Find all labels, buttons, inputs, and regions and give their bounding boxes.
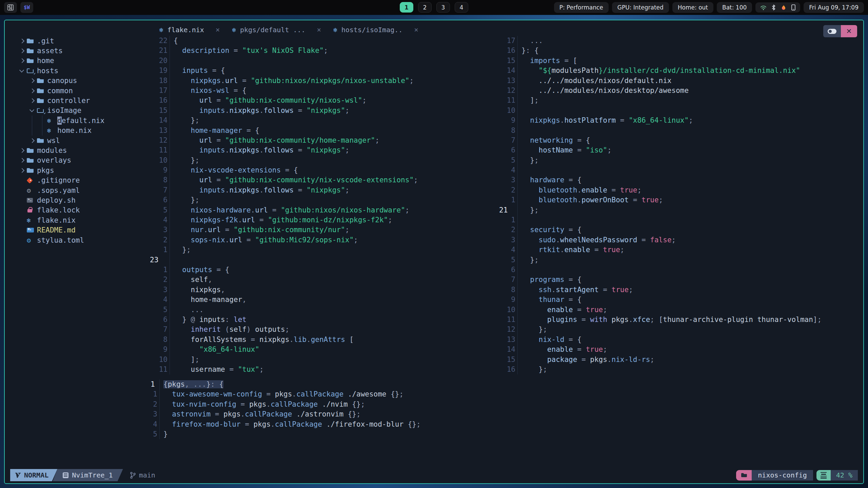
code-line[interactable]: 3 sudo.wheelNeedsPassword = false; — [499, 235, 861, 245]
tree-item--sops-yaml[interactable]: .sops.yaml — [15, 185, 151, 195]
code-line[interactable]: 8 forAllSystems = nixpkgs.lib.genAttrs [ — [150, 335, 496, 345]
code-line[interactable]: 8 url = "github:nix-community/nix-vscode… — [150, 175, 496, 185]
code-line[interactable]: 1 tux-awesome-wm-config = pkgs.callPacka… — [151, 389, 727, 399]
tree-item-canopus[interactable]: canopus — [15, 76, 151, 86]
tree-item-deploy-sh[interactable]: deploy.sh — [15, 195, 151, 205]
code-line[interactable]: 4 home-manager, — [150, 295, 496, 305]
chevron-down-icon[interactable] — [20, 70, 27, 72]
code-line[interactable]: 2 security = { — [499, 225, 861, 235]
phone-icon[interactable] — [791, 4, 795, 11]
code-line[interactable]: 13 nix-ld = { — [499, 335, 861, 345]
tree-item-stylua-toml[interactable]: stylua.toml — [15, 235, 151, 245]
code-line[interactable]: 6 }; — [150, 195, 496, 205]
code-line[interactable]: 15 imports = [ — [499, 56, 861, 66]
code-line[interactable]: 17 ... — [499, 36, 861, 46]
code-line[interactable]: 4 firefox-mod-blur = pkgs.callPackage ./… — [151, 420, 727, 429]
code-line[interactable]: 6 } @ inputs: let — [150, 315, 496, 325]
code-line[interactable]: 7 inputs.nixpkgs.follows = "nixpkgs"; — [150, 185, 496, 195]
chevron-right-icon[interactable] — [20, 169, 27, 172]
code-line[interactable]: 16}: { — [499, 46, 861, 56]
tab-close-icon[interactable]: × — [414, 26, 418, 34]
tab-flake-nix[interactable]: ❄ flake.nix × — [159, 26, 220, 34]
code-line[interactable]: 1 — [499, 215, 861, 225]
code-line[interactable]: 5 }; — [499, 156, 861, 165]
code-line[interactable]: 2 tux-nvim-config = pkgs.callPackage ./n… — [151, 400, 727, 409]
code-line[interactable]: 5 ... — [150, 305, 496, 315]
tree-item-common[interactable]: common — [15, 86, 151, 96]
code-line[interactable]: 3 hardware = { — [499, 175, 861, 185]
code-line[interactable]: 4 nixpkgs-f2k.url = "github:moni-dz/nixp… — [150, 215, 496, 225]
workspace-1[interactable]: 1 — [400, 2, 413, 13]
tree-item-assets[interactable]: assets — [15, 46, 151, 56]
tree-item-flake-nix[interactable]: flake.nix — [15, 215, 151, 225]
code-line[interactable]: 15 package = pkgs.nix-ld-rs; — [499, 355, 861, 365]
code-line[interactable]: 7 networking = { — [499, 136, 861, 145]
code-line[interactable]: 9 nixpkgs.hostPlatform = "x86_64-linux"; — [499, 116, 861, 125]
tab-close-icon[interactable]: × — [317, 26, 321, 34]
close-button[interactable]: ✕ — [841, 25, 857, 37]
workspace-2[interactable]: 2 — [418, 2, 432, 13]
tree-item-hosts[interactable]: hosts — [15, 66, 151, 76]
tree-item-readme-md[interactable]: README.md — [15, 225, 151, 235]
network-icon[interactable] — [760, 5, 767, 11]
code-line[interactable]: 14 enable = true; — [499, 345, 861, 354]
code-line[interactable]: 3 astronvim = pkgs.callPackage ./astronv… — [151, 409, 727, 419]
chevron-right-icon[interactable] — [30, 79, 37, 82]
code-line[interactable]: 6 — [499, 265, 861, 275]
code-line[interactable]: 9 thunar = { — [499, 295, 861, 305]
chevron-right-icon[interactable] — [20, 59, 27, 62]
code-line[interactable]: 13 ../../modules/nixos/default.nix — [499, 76, 861, 86]
code-line[interactable]: 19 inputs = { — [150, 66, 496, 76]
tree-item-home[interactable]: home — [15, 56, 151, 66]
code-line[interactable]: 16 url = "github:nix-community/nixos-wsl… — [150, 96, 496, 105]
code-line[interactable]: 11 username = "tux"; — [150, 365, 496, 374]
chevron-right-icon[interactable] — [20, 39, 27, 43]
code-line[interactable]: 11 ]; — [499, 96, 861, 105]
code-line[interactable]: 5} — [151, 429, 727, 439]
code-line[interactable]: 10 ]; — [150, 355, 496, 365]
tree-item--gitignore[interactable]: .gitignore — [15, 175, 151, 185]
code-line[interactable]: 18 nixpkgs.url = "github:nixos/nixpkgs/n… — [150, 76, 496, 86]
tab-close-icon[interactable]: × — [216, 26, 220, 34]
tree-item-controller[interactable]: controller — [15, 96, 151, 105]
code-line[interactable]: 8 — [499, 126, 861, 136]
workspace-4[interactable]: 4 — [455, 2, 468, 13]
code-line[interactable]: 20 — [150, 56, 496, 66]
chevron-right-icon[interactable] — [30, 99, 37, 102]
tree-item-default-nix[interactable]: default.nix — [15, 116, 151, 125]
code-line[interactable]: 1 }; — [150, 245, 496, 255]
chevron-down-icon[interactable] — [30, 109, 37, 111]
code-line[interactable]: 13 home-manager = { — [150, 126, 496, 136]
code-line[interactable]: 14 }; — [150, 116, 496, 125]
code-line[interactable]: 5 nixos-hardware.url = "github:nixos/nix… — [150, 205, 496, 215]
code-line[interactable]: 16 }; — [499, 365, 861, 374]
code-line[interactable]: 11 inputs.nixpkgs.follows = "nixpkgs"; — [150, 145, 496, 155]
code-line[interactable]: 8 ssh.startAgent = true; — [499, 285, 861, 295]
code-line[interactable]: 4 rtkit.enable = true; — [499, 245, 861, 255]
code-line[interactable]: 12 url = "github:nix-community/home-mana… — [150, 136, 496, 145]
chevron-right-icon[interactable] — [20, 49, 27, 53]
code-line[interactable]: 2 self, — [150, 275, 496, 285]
tree-item-home-nix[interactable]: home.nix — [15, 126, 151, 136]
code-line[interactable]: 7 programs = { — [499, 275, 861, 285]
code-line[interactable]: 3 nixpkgs, — [150, 285, 496, 295]
code-line[interactable]: 23 — [150, 255, 496, 265]
code-line[interactable]: 7 inherit (self) outputs; — [150, 325, 496, 334]
code-line[interactable]: 1 bluetooth.powerOnBoot = true; — [499, 195, 861, 205]
code-line[interactable]: 5 }; — [499, 255, 861, 265]
code-line[interactable]: 21 description = "tux's NixOS Flake"; — [150, 46, 496, 56]
code-line[interactable]: 10 }; — [150, 156, 496, 165]
tree-item-pkgs[interactable]: pkgs — [15, 165, 151, 175]
tree-item-overlays[interactable]: overlays — [15, 156, 151, 165]
tab-hosts-isoimage[interactable]: ❄ hosts/isoImag.. × — [333, 26, 418, 34]
code-line[interactable]: 21 }; — [499, 205, 861, 215]
code-line[interactable]: 2 sops-nix.url = "github:Mic92/sops-nix"… — [150, 235, 496, 245]
code-line[interactable]: 6 hostName = "iso"; — [499, 145, 861, 155]
flame-icon[interactable] — [781, 4, 787, 11]
toggle-button[interactable] — [823, 25, 841, 37]
tree-item-wsl[interactable]: wsl — [15, 136, 151, 145]
code-line[interactable]: 1{pkgs, ...}: { — [151, 380, 727, 389]
code-line[interactable]: 9 "x86_64-linux" — [150, 345, 496, 354]
code-line[interactable]: 17 nixos-wsl = { — [150, 86, 496, 96]
code-line[interactable]: 2 bluetooth.enable = true; — [499, 185, 861, 195]
